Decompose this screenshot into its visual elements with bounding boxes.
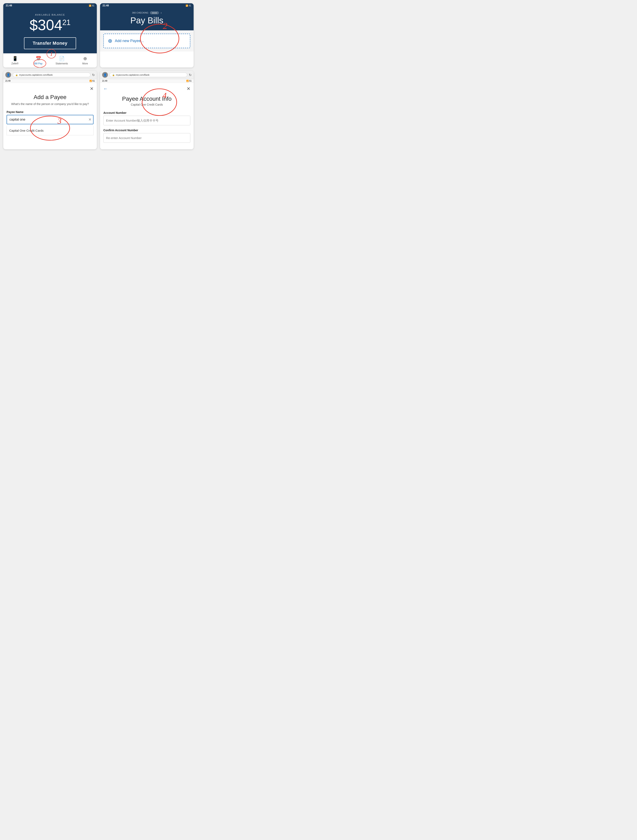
refresh-button-3[interactable]: ↻ — [92, 73, 95, 77]
url-text-4: myaccounts.capitalone.com/Bank — [116, 74, 150, 76]
nav-item-more[interactable]: ⊕ More — [73, 54, 97, 68]
panel-banking-home: 21:48 📶 61 AVAILABLE BALANCE $30421 Tran… — [3, 3, 97, 68]
payee-name-input[interactable] — [6, 115, 93, 124]
account-number-label: Account Number — [103, 111, 190, 114]
url-text-3: myaccounts.capitalone.com/Bank — [19, 74, 53, 76]
balance-label: AVAILABLE BALANCE — [7, 14, 93, 16]
panel2-body: ⊕ Add new Payee... — [100, 30, 194, 52]
battery-icon-2: 61 — [189, 5, 191, 7]
back-button-4[interactable]: ← — [103, 86, 108, 92]
status-3: 📶 61 — [89, 80, 95, 82]
panel1-header: AVAILABLE BALANCE $30421 Transfer Money — [3, 8, 97, 53]
panel-pay-bills: 21:48 📶 61 360 CHECKING ●●●● › Pay Bills… — [100, 3, 194, 68]
add-circle-icon: ⊕ — [108, 38, 112, 44]
account-mask: ●●●● — [150, 11, 159, 14]
balance-amount: $30421 — [7, 17, 93, 32]
transfer-money-button[interactable]: Transfer Money — [24, 37, 76, 49]
url-bar-3: 🔒 myaccounts.capitalone.com/Bank — [13, 73, 90, 77]
chevron-right-icon: › — [161, 11, 161, 14]
pay-bills-title: Pay Bills — [104, 16, 190, 25]
time-4: 21:49 — [102, 80, 107, 82]
battery-icon: 61 — [92, 5, 94, 7]
add-payee-subtitle: What's the name of the person or company… — [6, 102, 93, 106]
status-bar-2: 21:48 📶 61 — [100, 3, 194, 8]
statements-icon: 📄 — [59, 56, 65, 61]
add-payee-button[interactable]: ⊕ Add new Payee... — [103, 34, 190, 48]
balance-cents: 21 — [62, 18, 71, 27]
balance-dollars: $304 — [30, 17, 62, 33]
time-display-2: 21:48 — [103, 4, 109, 7]
lock-icon-4: 🔒 — [112, 74, 115, 76]
suggestion-capital-one[interactable]: Capital One Credit Cards — [6, 126, 93, 135]
confirm-account-label: Confirm Account Number — [103, 129, 190, 132]
nav-statements-label: Statements — [55, 62, 68, 65]
panel2-header: 360 CHECKING ●●●● › Pay Bills — [100, 8, 194, 30]
signal-icon: 📶 — [89, 5, 91, 7]
bottom-nav: 📱 Zelle® 📅 Bill Pay 📄 Statements ⊕ More — [3, 53, 97, 68]
payee-account-title: Payee Account Info — [103, 96, 190, 102]
panel-add-payee: 👤 🔒 myaccounts.capitalone.com/Bank ↻ 21:… — [3, 71, 97, 149]
checking-label: 360 CHECKING ●●●● › — [104, 11, 190, 14]
close-button-4[interactable]: ✕ — [187, 86, 190, 92]
status-4: 📶 61 — [186, 80, 191, 82]
time-3: 21:49 — [5, 80, 11, 82]
panel3-body: ✕ Add a Payee What's the name of the per… — [3, 83, 97, 139]
avatar-4: 👤 — [102, 72, 108, 78]
lock-icon-3: 🔒 — [15, 74, 18, 76]
panel4-nav: ← ✕ — [103, 86, 190, 92]
close-button-3[interactable]: ✕ — [6, 86, 93, 92]
payee-name-input-wrapper: ✕ — [6, 115, 93, 124]
more-icon: ⊕ — [83, 56, 87, 61]
nav-item-bill-pay[interactable]: 📅 Bill Pay — [27, 54, 50, 68]
panel-payee-account-info: 👤 🔒 myaccounts.capitalone.com/Bank ↻ 21:… — [100, 71, 194, 149]
status-icons-1: 📶 61 — [89, 5, 94, 7]
payee-account-subtitle: Capital One Credit Cards — [103, 103, 190, 106]
close-icon-3: ✕ — [90, 86, 93, 91]
input-clear-button[interactable]: ✕ — [89, 117, 92, 122]
add-payee-title: Add a Payee — [6, 94, 93, 101]
avatar-3: 👤 — [5, 72, 11, 78]
nav-item-statements[interactable]: 📄 Statements — [50, 54, 73, 68]
payee-name-label: Payee Name — [6, 111, 93, 114]
mobile-icon: 📱 — [12, 56, 18, 61]
confirm-account-input[interactable] — [103, 133, 190, 143]
nav-billpay-label: Bill Pay — [34, 62, 43, 65]
avatar-icon: 👤 — [6, 73, 10, 76]
account-type: 360 CHECKING — [132, 11, 148, 14]
panel4-body: ← ✕ Payee Account Info Capital One Credi… — [100, 83, 194, 149]
status-icons-2: 📶 61 — [186, 5, 191, 7]
nav-mobile-label: Zelle® — [11, 62, 19, 65]
browser-bar-3: 👤 🔒 myaccounts.capitalone.com/Bank ↻ — [3, 71, 97, 79]
add-payee-label: Add new Payee... — [115, 39, 144, 43]
avatar-icon-4: 👤 — [103, 73, 107, 76]
url-bar-4: 🔒 myaccounts.capitalone.com/Bank — [109, 73, 187, 77]
time-display-1: 21:48 — [6, 4, 12, 7]
calendar-icon: 📅 — [36, 56, 41, 61]
nav-item-mobile[interactable]: 📱 Zelle® — [3, 54, 27, 68]
signal-icon-2: 📶 — [186, 5, 188, 7]
account-number-input[interactable] — [103, 116, 190, 125]
nav-more-label: More — [82, 62, 88, 65]
status-bar-1: 21:48 📶 61 — [3, 3, 97, 8]
refresh-button-4[interactable]: ↻ — [189, 73, 191, 77]
browser-bar-4: 👤 🔒 myaccounts.capitalone.com/Bank ↻ — [100, 71, 194, 79]
